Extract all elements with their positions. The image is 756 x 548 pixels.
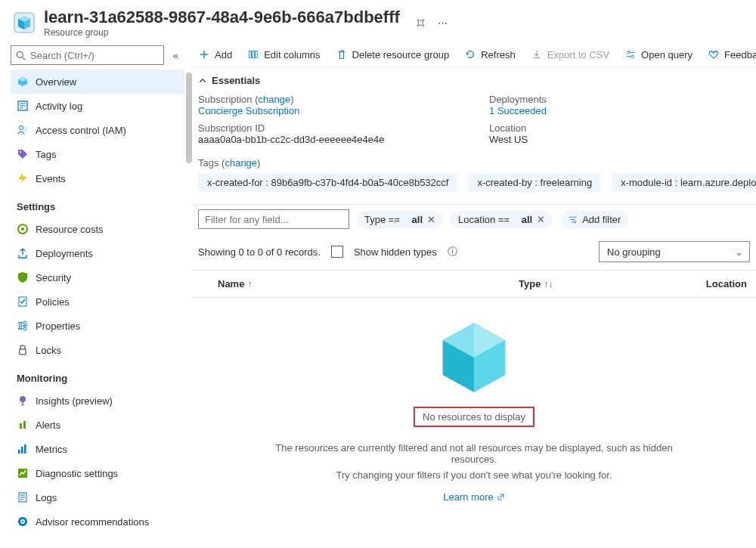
access-control-icon — [17, 124, 29, 136]
sidebar-item-logs[interactable]: Logs — [11, 485, 184, 509]
subscription-change-link[interactable]: change — [259, 94, 291, 105]
tag-pill[interactable]: x-created-by : freelearning — [468, 173, 601, 192]
sidebar-item-label: Metrics — [36, 444, 67, 455]
svg-point-11 — [21, 228, 24, 231]
tag-pill[interactable]: x-module-id : learn.azure.deploy-az — [612, 173, 756, 192]
sidebar-item-label: Activity log — [36, 101, 82, 112]
essentials-panel: Subscription (change) Concierge Subscrip… — [192, 94, 756, 157]
refresh-button[interactable]: Refresh — [464, 48, 516, 60]
feedback-button[interactable]: Feedback — [708, 48, 756, 60]
listing-controls: Showing 0 to 0 of 0 records. Show hidden… — [192, 234, 756, 270]
activity-log-icon — [17, 100, 29, 112]
close-icon[interactable]: ✕ — [427, 214, 435, 225]
sidebar-item-label: Advisor recommendations — [36, 516, 149, 528]
close-icon[interactable]: ✕ — [537, 214, 545, 225]
sidebar-item-policies[interactable]: Policies — [11, 289, 184, 314]
sidebar-header-settings: Settings — [11, 190, 184, 217]
search-box[interactable] — [11, 45, 164, 65]
sidebar-item-advisor[interactable]: Advisor recommendations — [11, 509, 184, 534]
search-input[interactable] — [30, 50, 159, 61]
svg-point-33 — [22, 521, 23, 522]
export-csv-label: Export to CSV — [547, 49, 609, 60]
delete-rg-label: Delete resource group — [352, 49, 450, 60]
filter-input[interactable] — [198, 209, 349, 229]
security-icon — [17, 271, 29, 283]
column-header-location[interactable]: Location — [673, 278, 750, 289]
grouping-select[interactable]: No grouping — [599, 241, 750, 262]
delete-rg-button[interactable]: Delete resource group — [336, 48, 450, 60]
sidebar-item-label: Properties — [36, 320, 80, 332]
filter-pill-type[interactable]: Type == all ✕ — [357, 211, 443, 228]
subscription-id-label: Subscription ID — [198, 122, 459, 134]
sidebar-item-tags[interactable]: Tags — [11, 142, 184, 166]
subscription-link[interactable]: Concierge Subscription — [198, 105, 299, 116]
add-filter-button[interactable]: Add filter — [560, 211, 628, 228]
sort-icon: ↑↓ — [544, 279, 553, 289]
sidebar-item-metrics[interactable]: Metrics — [11, 437, 184, 461]
empty-state: No resources to display The resources ar… — [192, 298, 756, 510]
sidebar-item-events[interactable]: Events — [11, 166, 184, 190]
sidebar-item-label: Policies — [36, 296, 70, 308]
advisor-icon — [17, 515, 29, 528]
sidebar-item-security[interactable]: Security — [11, 265, 184, 289]
export-csv-button[interactable]: Export to CSV — [531, 48, 609, 60]
svg-point-40 — [631, 55, 634, 58]
collapse-sidebar-icon[interactable]: « — [173, 50, 178, 61]
column-header-type[interactable]: Type↑↓ — [519, 278, 670, 289]
sidebar-header-monitoring: Monitoring — [11, 362, 184, 389]
sidebar-item-overview[interactable]: Overview — [11, 70, 184, 94]
record-count: Showing 0 to 0 of 0 records. — [198, 246, 321, 258]
empty-title: No resources to display — [414, 407, 534, 427]
essentials-toggle[interactable]: Essentials — [192, 67, 756, 94]
deployments-link[interactable]: 1 Succeeded — [489, 105, 547, 116]
essentials-label: Essentials — [212, 75, 260, 86]
policies-icon — [17, 296, 29, 308]
tags-change-link[interactable]: change — [225, 157, 257, 169]
sidebar-item-insights[interactable]: Insights (preview) — [11, 389, 184, 413]
svg-point-39 — [627, 51, 631, 54]
open-query-button[interactable]: Open query — [624, 48, 692, 60]
more-icon[interactable]: ⋯ — [438, 17, 449, 29]
show-hidden-checkbox[interactable] — [331, 246, 343, 258]
main-content: Add Edit columns Delete resource group R… — [192, 42, 756, 546]
edit-columns-button[interactable]: Edit columns — [247, 48, 320, 60]
pin-icon[interactable] — [413, 15, 429, 31]
resource-costs-icon — [17, 223, 29, 235]
query-icon — [624, 48, 637, 60]
sidebar-item-properties[interactable]: Properties — [11, 314, 184, 338]
svg-rect-36 — [249, 51, 252, 58]
empty-cube-icon — [432, 316, 516, 399]
svg-rect-25 — [24, 444, 26, 454]
sidebar-item-label: Deployments — [36, 248, 93, 259]
feedback-label: Feedback — [724, 49, 756, 60]
download-icon — [531, 48, 543, 60]
properties-icon — [17, 320, 29, 332]
tag-pill[interactable]: x-created-for : 89b6a9fb-c37b-4fd4-b0a5-… — [198, 173, 457, 192]
sidebar-item-label: Resource costs — [36, 224, 104, 235]
sidebar-scrollbar[interactable] — [186, 73, 192, 163]
sidebar-item-locks[interactable]: Locks — [11, 338, 184, 362]
sidebar-item-alerts[interactable]: Alerts — [11, 413, 184, 437]
svg-rect-37 — [253, 51, 255, 58]
plus-icon — [198, 48, 210, 60]
sidebar-item-deployments[interactable]: Deployments — [11, 241, 184, 265]
chevron-up-icon — [198, 76, 207, 85]
metrics-icon — [17, 443, 29, 455]
svg-point-14 — [23, 321, 26, 324]
sidebar-item-label: Logs — [36, 492, 57, 503]
svg-rect-19 — [20, 349, 26, 354]
logs-icon — [17, 491, 29, 503]
filter-pill-location[interactable]: Location == all ✕ — [451, 211, 553, 228]
sidebar-item-access-control[interactable]: Access control (IAM) — [11, 118, 184, 142]
add-button[interactable]: Add — [198, 48, 232, 60]
add-filter-icon — [568, 215, 578, 224]
sidebar-item-resource-costs[interactable]: Resource costs — [11, 217, 184, 241]
sidebar-item-diagnostic-settings[interactable]: Diagnostic settings — [11, 461, 184, 485]
learn-more-link[interactable]: Learn more — [443, 491, 504, 503]
sidebar-item-label: Events — [36, 173, 66, 184]
alerts-icon — [17, 419, 29, 431]
info-icon[interactable]: ⓘ — [448, 245, 457, 259]
column-header-name[interactable]: Name↑ — [198, 278, 516, 289]
svg-rect-38 — [256, 51, 258, 58]
sidebar-item-activity-log[interactable]: Activity log — [11, 94, 184, 118]
